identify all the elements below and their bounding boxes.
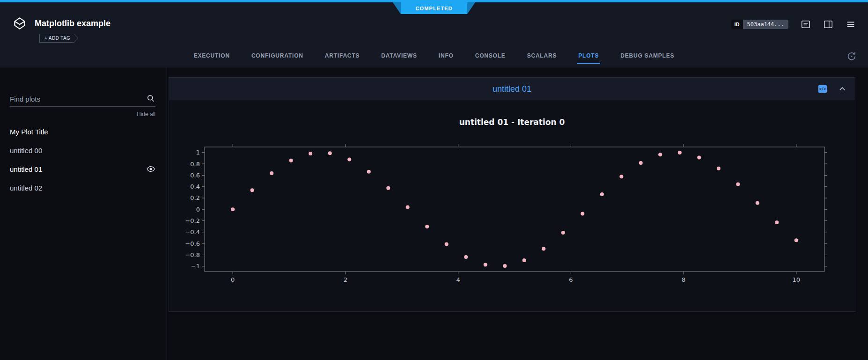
scatter-point [328, 151, 332, 155]
scatter-point [289, 159, 293, 162]
tab-info[interactable]: INFO [438, 51, 454, 64]
plot-list-item-label: untitled 02 [10, 184, 42, 192]
tab-execution[interactable]: EXECUTION [193, 51, 230, 64]
svg-text:−1: −1 [191, 263, 200, 270]
status-ribbon: COMPLETED [393, 2, 475, 14]
tab-console[interactable]: CONSOLE [475, 51, 506, 64]
scatter-point [697, 156, 701, 160]
layout-panel-icon[interactable] [823, 19, 833, 29]
svg-text:0: 0 [231, 276, 235, 283]
scatter-point [231, 207, 235, 211]
scatter-point [717, 167, 721, 170]
menu-icon[interactable] [846, 19, 856, 29]
add-tag-button[interactable]: + ADD TAG [39, 34, 78, 43]
plot-list-item[interactable]: untitled 02 [10, 178, 155, 197]
scatter-point [464, 255, 468, 259]
tab-plots[interactable]: PLOTS [578, 51, 599, 64]
scatter-plot[interactable]: 10.80.60.40.20−0.2−0.4−0.6−0.8−10246810 [169, 100, 855, 311]
collapse-panel-icon[interactable] [837, 84, 847, 94]
scatter-point [775, 220, 779, 224]
scatter-point [619, 175, 623, 178]
tab-debug-samples[interactable]: DEBUG SAMPLES [620, 51, 675, 64]
scatter-point [756, 201, 759, 205]
plot-list-item-label: My Plot Title [10, 128, 48, 136]
view-code-icon[interactable]: </> [817, 84, 828, 94]
experiment-id-badge[interactable]: ID 503aa144... [731, 20, 788, 29]
plot-list-item[interactable]: My Plot Title [10, 122, 155, 141]
svg-text:−0.2: −0.2 [185, 217, 200, 224]
clearml-app: COMPLETED Matplotlib example + ADD TAG I… [0, 0, 868, 360]
scatter-point [581, 212, 584, 216]
add-tag-label: + ADD TAG [40, 34, 78, 42]
plot-list-item-label: untitled 00 [10, 147, 42, 154]
plot-list-item[interactable]: untitled 00 [10, 141, 155, 160]
scatter-point [425, 225, 429, 228]
scatter-point [347, 158, 351, 162]
eye-icon[interactable] [146, 164, 155, 174]
main-area: untitled 01 </> [167, 67, 868, 360]
plot-axes: 10.80.60.40.20−0.2−0.4−0.6−0.8−10246810 [185, 144, 827, 283]
scatter-point [678, 151, 682, 154]
scatter-point [270, 171, 273, 175]
scatter-point [406, 206, 410, 209]
scatter-point [658, 153, 662, 156]
tab-dataviews[interactable]: DATAVIEWS [381, 51, 418, 64]
scatter-point [600, 192, 604, 196]
status-ribbon-label: COMPLETED [416, 6, 453, 11]
header-left: Matplotlib example [11, 15, 110, 32]
svg-text:10: 10 [793, 276, 801, 283]
scatter-point [522, 258, 526, 262]
status-strip [0, 0, 868, 2]
tab-configuration[interactable]: CONFIGURATION [251, 51, 304, 64]
svg-text:−0.8: −0.8 [185, 251, 200, 258]
svg-text:0.8: 0.8 [190, 161, 200, 168]
search-input[interactable] [10, 95, 132, 103]
svg-text:0: 0 [196, 206, 200, 213]
header-actions: ID 503aa144... [731, 19, 856, 29]
svg-text:2: 2 [344, 276, 347, 283]
find-plots-search [10, 94, 155, 107]
tab-bar: EXECUTIONCONFIGURATIONARTIFACTSDATAVIEWS… [0, 47, 868, 67]
tab-scalars[interactable]: SCALARS [527, 51, 558, 64]
plot-list-item-label: untitled 01 [10, 165, 42, 173]
plot-panel-header: untitled 01 </> [169, 78, 855, 100]
id-label: ID [731, 20, 743, 29]
svg-text:−0.6: −0.6 [185, 240, 200, 247]
svg-text:0.6: 0.6 [190, 172, 200, 179]
scatter-point [794, 238, 798, 242]
content-area: Hide all My Plot Titleuntitled 00untitle… [0, 67, 868, 360]
scatter-point [309, 152, 312, 155]
id-value: 503aa144... [743, 20, 788, 29]
search-icon[interactable] [146, 94, 155, 103]
auto-refresh-icon[interactable] [846, 51, 857, 61]
svg-text:</>: </> [819, 87, 826, 91]
scatter-point [484, 263, 487, 267]
svg-text:−0.4: −0.4 [185, 228, 200, 235]
scatter-point [736, 182, 740, 186]
plot-list: My Plot Titleuntitled 00untitled 01untit… [10, 122, 155, 197]
scatter-point [542, 247, 545, 250]
scatter-point [367, 170, 371, 174]
svg-text:6: 6 [569, 276, 573, 283]
svg-text:4: 4 [456, 276, 460, 283]
plot-list-item[interactable]: untitled 01 [10, 160, 155, 178]
scatter-point [503, 264, 507, 268]
scatter-point [639, 161, 643, 165]
scatter-point [445, 242, 449, 246]
svg-text:8: 8 [682, 276, 685, 283]
scatter-point [250, 188, 254, 192]
app-logo-icon [11, 15, 28, 32]
tab-artifacts[interactable]: ARTIFACTS [324, 51, 360, 64]
svg-text:1: 1 [196, 149, 200, 156]
console-icon[interactable] [801, 19, 811, 29]
plot-panel-actions: </> [817, 84, 847, 94]
svg-text:0.4: 0.4 [190, 183, 200, 190]
svg-text:0.2: 0.2 [190, 195, 200, 202]
plots-sidebar: Hide all My Plot Titleuntitled 00untitle… [0, 67, 167, 360]
scatter-points [231, 151, 798, 268]
experiment-title: Matplotlib example [35, 19, 110, 29]
plot-area: untitled 01 - Iteration 0 10.80.60.40.20… [169, 100, 855, 311]
plot-panel-title: untitled 01 [169, 84, 855, 94]
hide-all-link[interactable]: Hide all [10, 111, 155, 118]
plot-panel: untitled 01 </> [169, 77, 855, 312]
